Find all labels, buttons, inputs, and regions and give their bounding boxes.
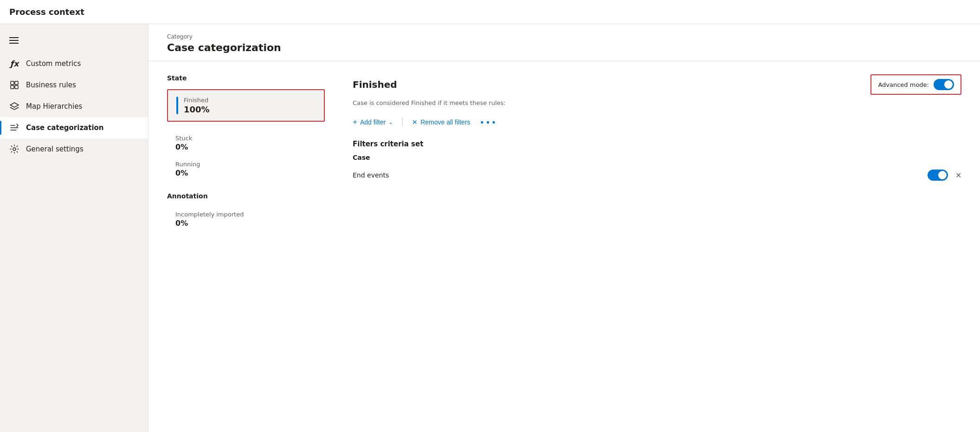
main-layout: ƒx Custom metrics Business rules: [0, 24, 980, 432]
sidebar-item-label: Map Hierarchies: [26, 102, 82, 111]
state-stuck[interactable]: Stuck 0%: [167, 131, 325, 155]
state-label-running: Running: [175, 161, 325, 168]
end-events-label: End events: [353, 171, 389, 179]
sidebar-item-label: Case categorization: [26, 124, 104, 132]
svg-rect-2: [11, 85, 14, 89]
content-area: Category Case categorization State Finis…: [148, 24, 980, 432]
filter-toolbar: + Add filter ⌄ ✕ Remove all filters •••: [353, 116, 961, 129]
annotation-section: Annotation Incompletely imported 0%: [167, 192, 325, 231]
svg-rect-1: [15, 81, 18, 85]
state-value-finished: 100%: [184, 105, 316, 114]
left-panel: State Finished 100% Stuck 0% Running: [167, 74, 325, 233]
end-events-controls: ✕: [928, 170, 961, 181]
sidebar: ƒx Custom metrics Business rules: [0, 24, 148, 432]
state-value-stuck: 0%: [175, 143, 325, 151]
state-running[interactable]: Running 0%: [167, 157, 325, 181]
right-panel-title: Finished: [353, 79, 397, 90]
sidebar-item-label: General settings: [26, 145, 84, 153]
sidebar-item-business-rules[interactable]: Business rules: [0, 74, 148, 96]
filters-criteria-section: Filters criteria set Case End events ✕: [353, 140, 961, 184]
content-body: State Finished 100% Stuck 0% Running: [148, 61, 980, 246]
end-events-remove-button[interactable]: ✕: [955, 171, 961, 180]
more-options-button[interactable]: •••: [480, 118, 497, 127]
sort-icon: [9, 123, 19, 133]
toolbar-divider: [402, 118, 403, 126]
sidebar-item-custom-metrics[interactable]: ƒx Custom metrics: [0, 53, 148, 74]
state-card-finished[interactable]: Finished 100%: [167, 89, 325, 122]
sidebar-item-case-categorization[interactable]: Case categorization: [0, 117, 148, 138]
remove-all-filters-button[interactable]: ✕ Remove all filters: [412, 117, 470, 128]
advanced-mode-label: Advanced mode:: [878, 81, 929, 88]
state-section-title: State: [167, 74, 325, 82]
advanced-mode-container: Advanced mode:: [870, 74, 961, 95]
add-filter-button[interactable]: + Add filter ⌄: [353, 116, 393, 129]
sidebar-item-label: Business rules: [26, 81, 76, 89]
app-title: Process context: [9, 7, 84, 17]
hamburger-menu[interactable]: [0, 32, 148, 53]
annotation-value: 0%: [175, 219, 325, 228]
category-label: Category: [167, 33, 961, 40]
right-panel-header: Finished Advanced mode:: [353, 74, 961, 95]
top-bar: Process context: [0, 0, 980, 24]
state-label-finished: Finished: [184, 97, 316, 104]
advanced-mode-toggle[interactable]: [934, 79, 954, 90]
state-label-stuck: Stuck: [175, 135, 325, 142]
page-title: Case categorization: [167, 42, 961, 53]
svg-point-7: [13, 148, 16, 151]
gear-icon: [9, 144, 19, 154]
annotation-label: Incompletely imported: [175, 211, 325, 218]
layers-icon: [9, 101, 19, 111]
state-card-accent: [176, 97, 178, 114]
grid-icon: [9, 80, 19, 90]
sidebar-item-map-hierarchies[interactable]: Map Hierarchies: [0, 96, 148, 117]
filters-criteria-title: Filters criteria set: [353, 140, 961, 148]
state-card-content: Finished 100%: [184, 97, 316, 114]
sidebar-item-label: Custom metrics: [26, 59, 81, 68]
x-icon: ✕: [412, 118, 418, 126]
svg-rect-0: [11, 81, 14, 85]
state-value-running: 0%: [175, 169, 325, 177]
description-text: Case is considered Finished if it meets …: [353, 99, 961, 106]
annotation-section-title: Annotation: [167, 192, 325, 200]
annotation-incompletely-imported: Incompletely imported 0%: [167, 207, 325, 231]
sidebar-item-general-settings[interactable]: General settings: [0, 138, 148, 160]
chevron-down-icon: ⌄: [388, 119, 393, 125]
svg-rect-3: [15, 85, 18, 89]
end-events-row: End events ✕: [353, 166, 961, 184]
remove-all-filters-label: Remove all filters: [420, 118, 470, 126]
plus-icon: +: [353, 118, 357, 127]
right-panel: Finished Advanced mode: Case is consider…: [353, 74, 961, 233]
content-header: Category Case categorization: [148, 24, 980, 61]
add-filter-label: Add filter: [360, 118, 386, 126]
case-label: Case: [353, 154, 961, 161]
fx-icon: ƒx: [9, 59, 19, 69]
end-events-toggle[interactable]: [928, 170, 948, 181]
